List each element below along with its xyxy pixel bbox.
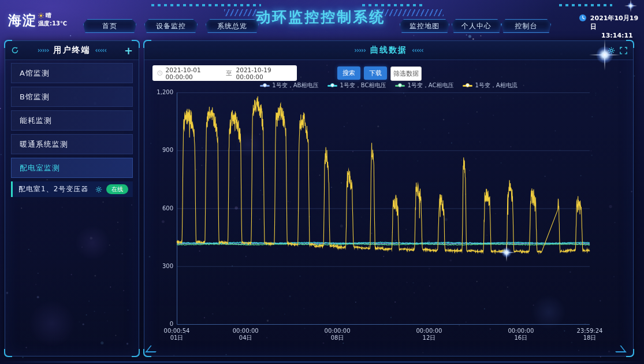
corner-accent	[132, 40, 140, 48]
legend-item-2[interactable]: 1号变，AC相电压	[395, 81, 453, 90]
legend-item-1[interactable]: 1号变，BC相电压	[327, 81, 386, 90]
nav-button-device-monitor[interactable]: 设备监控	[144, 19, 198, 33]
panel-settings-button[interactable]	[608, 47, 615, 54]
date-end-value: 2021-10-19 00:00:00	[236, 66, 292, 80]
header-dotted-line	[559, 4, 612, 6]
city-logo: 海淀	[8, 12, 37, 29]
title-deco-right: ‹‹‹‹‹	[412, 46, 423, 54]
sidebar-item-power-room[interactable]: 配电室监测	[11, 158, 133, 178]
legend-label: 1号变，AB相电压	[272, 81, 318, 90]
clock-icon	[579, 14, 587, 22]
nav-button-monitor-map[interactable]: 监控地图	[400, 19, 449, 33]
user-terminal-panel: ››››› 用户终端 ‹‹‹‹‹ + A馆监测B馆监测能耗监测暖通系统监测配电室…	[5, 40, 139, 356]
curve-chart-canvas[interactable]	[148, 90, 627, 350]
sidebar-item-hall-b[interactable]: B馆监测	[11, 87, 133, 107]
refresh-icon	[11, 46, 19, 54]
search-button[interactable]: 搜索	[337, 66, 360, 80]
nav-button-system-overview[interactable]: 系统总览	[206, 19, 259, 33]
nav-button-personal-center[interactable]: 个人中心	[452, 19, 501, 33]
sidebar-item-energy[interactable]: 能耗监测	[11, 110, 133, 131]
legend-marker	[260, 85, 270, 87]
legend-marker	[327, 85, 337, 87]
weather-condition: 晴	[46, 12, 51, 19]
curve-panel-title: 曲线数据	[370, 45, 407, 55]
header-dotted-line	[151, 4, 261, 6]
date-start-value: 2021-10-01 00:00:00	[166, 66, 222, 80]
device-label: 配电室1、2号变压器	[18, 184, 88, 194]
top-header: 海淀 晴 温度:13℃ 首页设备监控系统总览 动环监控控制系统 监控地图个人中心…	[0, 0, 644, 37]
online-status-badge: 在线	[106, 184, 128, 194]
gear-icon	[95, 186, 102, 193]
device-settings-button[interactable]	[95, 186, 102, 193]
sidebar-item-list: A馆监测B馆监测能耗监测暖通系统监测配电室监测配电室1、2号变压器在线	[11, 63, 133, 197]
legend-marker	[463, 85, 472, 87]
weather-widget: 晴 温度:13℃	[38, 12, 67, 27]
title-deco-left: ›››››	[354, 46, 366, 54]
date-range-input[interactable]: 2021-10-01 00:00:00 至 2021-10-19 00:00:0…	[152, 65, 297, 81]
legend-marker	[395, 85, 405, 87]
title-deco-left: ›››››	[38, 46, 49, 54]
corner-accent	[4, 349, 12, 357]
header-hatch-left	[224, 9, 256, 16]
sidebar-item-hall-a[interactable]: A馆监测	[11, 63, 133, 83]
current-date: 2021年10月19日	[590, 14, 644, 31]
system-title: 动环监控控制系统	[256, 8, 385, 27]
device-item[interactable]: 配电室1、2号变压器在线	[11, 181, 133, 197]
corner-accent	[4, 40, 12, 48]
download-button[interactable]: 下载	[364, 66, 387, 80]
filter-data-button[interactable]: 筛选数据	[390, 66, 422, 81]
corner-accent	[626, 349, 634, 357]
legend-label: 1号变，A相电流	[475, 81, 517, 90]
legend-label: 1号变，BC相电压	[340, 81, 386, 90]
legend-item-0[interactable]: 1号变，AB相电压	[260, 81, 318, 90]
current-time: 13:14:11	[590, 31, 644, 40]
chart-legend: 1号变，AB相电压1号变，BC相电压1号变，AC相电压1号变，A相电流	[144, 81, 633, 90]
corner-accent	[132, 349, 140, 357]
sidebar-title: 用户终端	[54, 45, 91, 55]
refresh-button[interactable]	[11, 41, 19, 60]
header-dotted-line	[362, 4, 425, 6]
nav-button-console[interactable]: 控制台	[501, 19, 551, 33]
sun-icon	[38, 13, 44, 18]
date-separator: 至	[226, 69, 232, 77]
bottom-frame-line	[0, 362, 644, 362]
curve-panel-header: ››››› 曲线数据 ‹‹‹‹‹	[144, 41, 633, 60]
corner-accent	[626, 40, 634, 48]
sidebar-header: ››››› 用户终端 ‹‹‹‹‹ +	[5, 41, 139, 60]
weather-temperature: 温度:13℃	[38, 20, 67, 27]
corner-accent	[143, 40, 151, 48]
curve-data-panel: ››››› 曲线数据 ‹‹‹‹‹ 2021-1	[144, 40, 634, 356]
datetime-widget: 2021年10月19日 13:14:11	[579, 14, 644, 40]
nav-button-home[interactable]: 首页	[83, 19, 136, 33]
gear-icon	[608, 47, 615, 54]
clock-icon	[157, 70, 163, 76]
legend-item-3[interactable]: 1号变，A相电流	[463, 81, 517, 90]
sidebar-item-hvac[interactable]: 暖通系统监测	[11, 134, 133, 154]
legend-label: 1号变，AC相电压	[407, 81, 453, 90]
title-deco-right: ‹‹‹‹‹	[95, 46, 107, 54]
